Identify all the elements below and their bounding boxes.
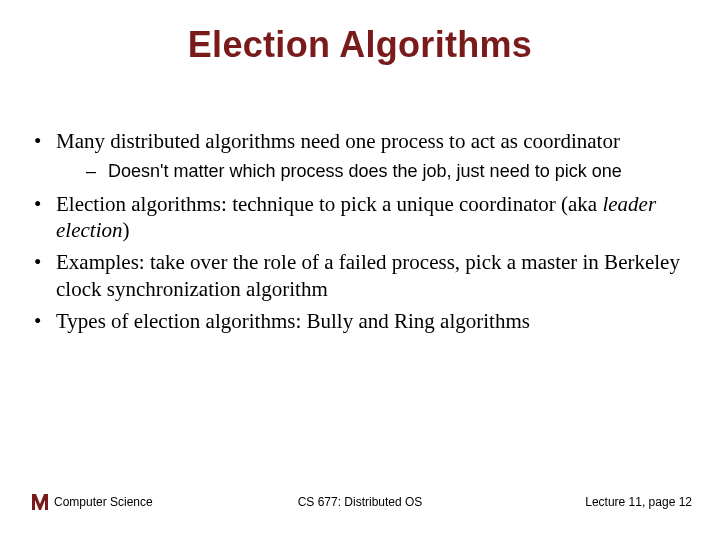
footer-left: Computer Science: [28, 490, 153, 514]
bullet-text: Many distributed algorithms need one pro…: [56, 129, 620, 153]
bullet-text: Examples: take over the role of a failed…: [56, 250, 680, 300]
bullet-item: Many distributed algorithms need one pro…: [28, 128, 692, 183]
bullet-item: Election algorithms: technique to pick a…: [28, 191, 692, 244]
footer-right-text: Lecture 11, page 12: [585, 495, 692, 509]
slide-title: Election Algorithms: [28, 24, 692, 66]
bullet-text-post: ): [122, 218, 129, 242]
sub-bullet-text: Doesn't matter which process does the jo…: [108, 161, 622, 181]
slide-body: Many distributed algorithms need one pro…: [28, 128, 692, 334]
bullet-list: Many distributed algorithms need one pro…: [28, 128, 692, 334]
bullet-item: Examples: take over the role of a failed…: [28, 249, 692, 302]
slide: Election Algorithms Many distributed alg…: [0, 0, 720, 540]
bullet-text: Types of election algorithms: Bully and …: [56, 309, 530, 333]
footer-center-text: CS 677: Distributed OS: [298, 495, 423, 509]
bullet-item: Types of election algorithms: Bully and …: [28, 308, 692, 334]
sub-bullet-item: Doesn't matter which process does the jo…: [56, 160, 692, 183]
sub-bullet-list: Doesn't matter which process does the jo…: [56, 160, 692, 183]
footer: Computer Science CS 677: Distributed OS …: [0, 490, 720, 514]
umass-logo-icon: [28, 490, 52, 514]
footer-left-text: Computer Science: [54, 495, 153, 509]
bullet-text-pre: Election algorithms: technique to pick a…: [56, 192, 602, 216]
